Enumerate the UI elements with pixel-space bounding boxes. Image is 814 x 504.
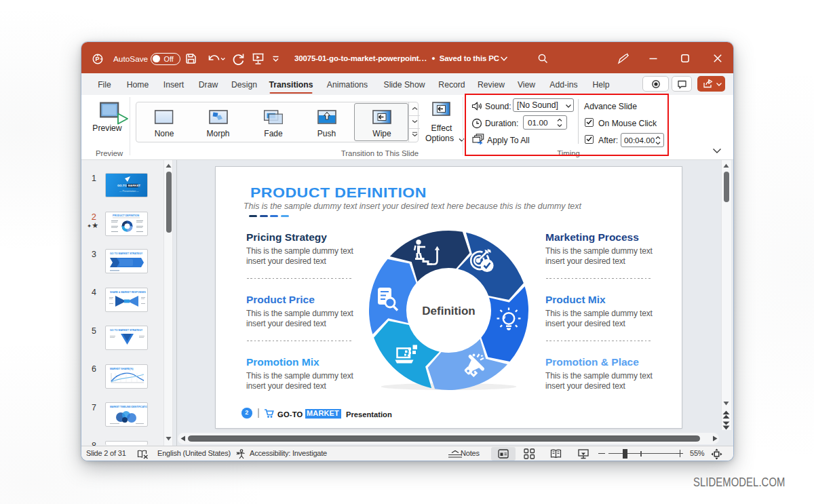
svg-text:GO TO MARKET STRATEGY: GO TO MARKET STRATEGY	[110, 252, 143, 255]
svg-text:P: P	[95, 56, 99, 62]
svg-text:GO-TO: GO-TO	[117, 184, 128, 187]
svg-text:MARKET TIMELINE IDENTIFICATION: MARKET TIMELINE IDENTIFICATION	[110, 406, 148, 408]
svg-text:PRODUCT DEFINITION: PRODUCT DEFINITION	[113, 214, 140, 217]
svg-text:GO TO MARKET STRATEGY: GO TO MARKET STRATEGY	[110, 329, 143, 332]
svg-text:— Presentation —: — Presentation —	[119, 190, 139, 193]
svg-text:MARKET SHARE(%): MARKET SHARE(%)	[110, 368, 134, 370]
svg-text:MARKET: MARKET	[128, 184, 141, 187]
svg-text:Definition: Definition	[422, 305, 475, 317]
svg-text:SHARE & MARKET RESPONSES: SHARE & MARKET RESPONSES	[110, 291, 146, 294]
